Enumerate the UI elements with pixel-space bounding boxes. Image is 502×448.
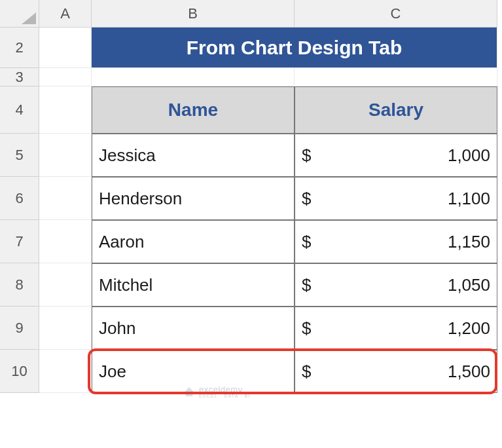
row-header-2[interactable]: 2 <box>0 28 39 68</box>
table-row[interactable]: $ 1,050 <box>295 263 497 307</box>
col-header-b[interactable]: B <box>92 0 295 28</box>
table-row[interactable]: $ 1,500 <box>295 350 497 393</box>
table-row[interactable]: $ 1,000 <box>295 134 497 177</box>
row-header-8[interactable]: 8 <box>0 263 39 307</box>
watermark-text: exceldemy EXCEL · DATA · BI <box>199 385 251 398</box>
select-all-corner[interactable] <box>0 0 39 28</box>
table-row[interactable]: $ 1,200 <box>295 307 497 350</box>
salary-value: 1,100 <box>448 189 490 209</box>
cell-a4[interactable] <box>39 86 92 134</box>
salary-value: 1,000 <box>448 145 490 166</box>
table-row[interactable]: Mitchel <box>92 263 295 307</box>
row-header-5[interactable]: 5 <box>0 134 39 177</box>
col-header-a[interactable]: A <box>39 0 92 28</box>
cell-a7[interactable] <box>39 220 92 263</box>
cell-b3[interactable] <box>92 68 295 86</box>
cell-a10[interactable] <box>39 350 92 393</box>
currency-symbol: $ <box>302 232 311 252</box>
cell-a6[interactable] <box>39 177 92 220</box>
table-header-name[interactable]: Name <box>92 86 295 134</box>
col-header-c[interactable]: C <box>295 0 497 28</box>
table-row[interactable]: John <box>92 307 295 350</box>
currency-symbol: $ <box>302 362 311 382</box>
salary-value: 1,500 <box>448 362 490 382</box>
currency-symbol: $ <box>302 145 311 166</box>
cell-a2[interactable] <box>39 28 92 68</box>
table-row[interactable]: $ 1,150 <box>295 220 497 263</box>
salary-value: 1,200 <box>448 318 490 339</box>
watermark: exceldemy EXCEL · DATA · BI <box>183 385 251 398</box>
row-header-9[interactable]: 9 <box>0 307 39 350</box>
spreadsheet-grid: A B C 2 From Chart Design Tab 3 4 Name S… <box>0 0 502 393</box>
cell-a5[interactable] <box>39 134 92 177</box>
currency-symbol: $ <box>302 275 311 295</box>
table-row[interactable]: $ 1,100 <box>295 177 497 220</box>
title-cell[interactable]: From Chart Design Tab <box>92 28 497 68</box>
row-header-10[interactable]: 10 <box>0 350 39 393</box>
cell-a9[interactable] <box>39 307 92 350</box>
watermark-main: exceldemy <box>199 385 251 394</box>
row-header-4[interactable]: 4 <box>0 86 39 134</box>
house-icon <box>183 387 195 396</box>
currency-symbol: $ <box>302 318 311 339</box>
watermark-sub: EXCEL · DATA · BI <box>199 394 251 398</box>
row-header-6[interactable]: 6 <box>0 177 39 220</box>
currency-symbol: $ <box>302 189 311 209</box>
table-row[interactable]: Henderson <box>92 177 295 220</box>
table-row[interactable]: Aaron <box>92 220 295 263</box>
row-header-7[interactable]: 7 <box>0 220 39 263</box>
table-header-salary[interactable]: Salary <box>295 86 497 134</box>
row-header-3[interactable]: 3 <box>0 68 39 86</box>
salary-value: 1,150 <box>448 232 490 252</box>
cell-c3[interactable] <box>295 68 497 86</box>
cell-a8[interactable] <box>39 263 92 307</box>
cell-a3[interactable] <box>39 68 92 86</box>
table-row[interactable]: Jessica <box>92 134 295 177</box>
salary-value: 1,050 <box>448 275 490 295</box>
